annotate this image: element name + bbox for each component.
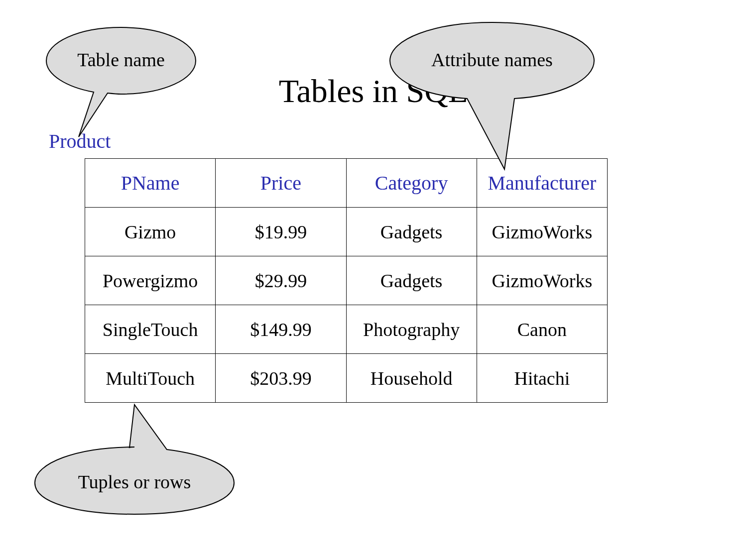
- callout-table-name: Table name: [44, 25, 198, 139]
- table-row: Powergizmo $29.99 Gadgets GizmoWorks: [85, 256, 608, 305]
- callout-table-name-label: Table name: [44, 49, 198, 71]
- cell-manufacturer: Canon: [477, 305, 607, 354]
- callout-attribute-names-label: Attribute names: [385, 49, 599, 71]
- cell-price: $29.99: [216, 256, 346, 305]
- cell-category: Household: [346, 354, 477, 403]
- cell-pname: MultiTouch: [85, 354, 216, 403]
- callout-attribute-names: Attribute names: [385, 20, 599, 174]
- cell-pname: Gizmo: [85, 208, 216, 256]
- callout-tuples: Tuples or rows: [30, 402, 239, 517]
- cell-manufacturer: GizmoWorks: [477, 256, 607, 305]
- table-row: Gizmo $19.99 Gadgets GizmoWorks: [85, 208, 608, 256]
- column-header-pname: PName: [85, 159, 216, 208]
- cell-price: $149.99: [216, 305, 346, 354]
- column-header-price: Price: [216, 159, 346, 208]
- callout-tuples-label: Tuples or rows: [30, 471, 239, 493]
- cell-price: $19.99: [216, 208, 346, 256]
- table-row: SingleTouch $149.99 Photography Canon: [85, 305, 608, 354]
- sql-table: PName Price Category Manufacturer Gizmo …: [85, 158, 608, 403]
- cell-pname: SingleTouch: [85, 305, 216, 354]
- cell-pname: Powergizmo: [85, 256, 216, 305]
- cell-price: $203.99: [216, 354, 346, 403]
- cell-category: Gadgets: [346, 256, 477, 305]
- cell-category: Photography: [346, 305, 477, 354]
- cell-manufacturer: Hitachi: [477, 354, 607, 403]
- cell-category: Gadgets: [346, 208, 477, 256]
- cell-manufacturer: GizmoWorks: [477, 208, 607, 256]
- table-row: MultiTouch $203.99 Household Hitachi: [85, 354, 608, 403]
